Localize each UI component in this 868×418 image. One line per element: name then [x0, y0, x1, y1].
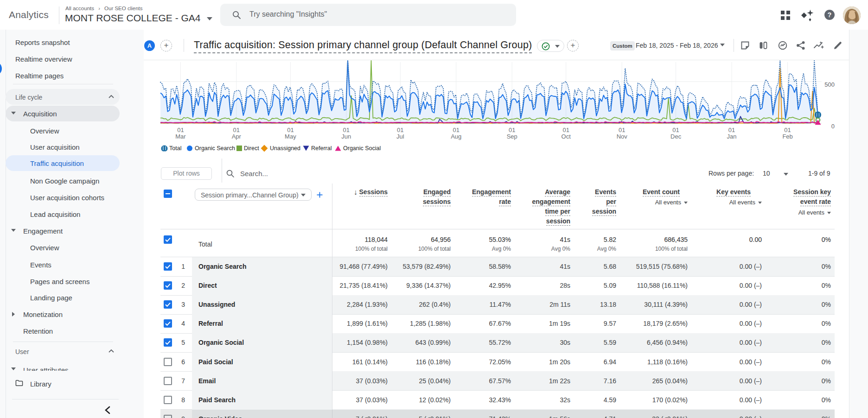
svg-text:Oct: Oct — [562, 133, 571, 140]
svg-text:01: 01 — [453, 127, 459, 133]
svg-text:Feb: Feb — [782, 133, 792, 140]
svg-text:Apr: Apr — [232, 133, 242, 140]
svg-text:May: May — [285, 133, 296, 140]
svg-text:500: 500 — [824, 81, 835, 88]
svg-text:Sep: Sep — [507, 133, 517, 140]
svg-text:Jul: Jul — [396, 133, 404, 140]
svg-text:01: 01 — [672, 127, 679, 133]
svg-text:01: 01 — [233, 127, 240, 133]
svg-text:Dec: Dec — [670, 133, 682, 140]
svg-text:01: 01 — [562, 127, 569, 133]
svg-text:?: ? — [828, 11, 832, 19]
svg-text:01: 01 — [177, 127, 184, 133]
svg-text:Jun: Jun — [341, 133, 351, 140]
svg-text:01: 01 — [287, 127, 294, 133]
svg-text:01: 01 — [397, 127, 403, 133]
svg-text:01: 01 — [343, 127, 350, 133]
svg-text:Aug: Aug — [451, 133, 461, 140]
svg-text:Jan: Jan — [727, 133, 737, 140]
svg-text:Nov: Nov — [617, 133, 628, 140]
svg-text:0: 0 — [831, 123, 835, 130]
svg-text:01: 01 — [784, 127, 791, 133]
svg-text:01: 01 — [619, 127, 625, 133]
svg-text:01: 01 — [728, 127, 735, 133]
svg-text:Mar: Mar — [175, 133, 186, 140]
svg-text:01: 01 — [509, 127, 515, 133]
